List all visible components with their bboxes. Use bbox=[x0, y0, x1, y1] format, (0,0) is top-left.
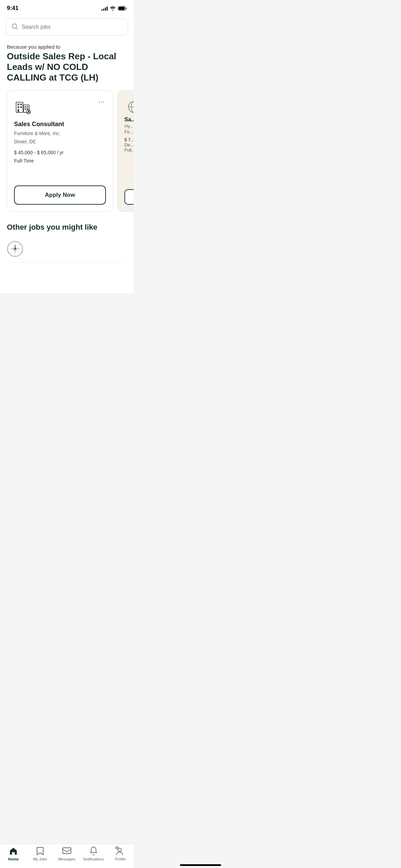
more-options-button[interactable]: ··· bbox=[97, 97, 106, 106]
svg-rect-12 bbox=[25, 108, 26, 110]
job-card-header: ··· bbox=[14, 97, 106, 117]
second-type: Full... bbox=[124, 147, 134, 153]
svg-rect-8 bbox=[17, 109, 19, 112]
search-bar-container bbox=[0, 14, 134, 41]
second-details: De... vis... bbox=[124, 142, 134, 147]
scroll-area: Because you applied to Outside Sales Rep… bbox=[0, 14, 134, 293]
svg-rect-1 bbox=[119, 7, 125, 10]
job-type: Full-Time bbox=[14, 158, 106, 164]
other-jobs-list bbox=[0, 236, 134, 262]
svg-rect-5 bbox=[20, 104, 22, 105]
second-date: Fe... bbox=[124, 129, 134, 134]
job-location: Dover, DE bbox=[14, 139, 106, 144]
search-icon bbox=[11, 23, 18, 31]
status-icons bbox=[101, 6, 127, 11]
recommendation-title: Outside Sales Rep - Local Leads w/ NO CO… bbox=[7, 51, 127, 83]
because-section: Because you applied to Outside Sales Rep… bbox=[0, 41, 134, 87]
search-input[interactable] bbox=[22, 24, 122, 30]
cards-scroll[interactable]: ··· Sales Consultant Furniture & More, I… bbox=[0, 87, 134, 216]
second-card-title: Sa... bbox=[124, 117, 134, 123]
svg-rect-10 bbox=[25, 106, 26, 108]
job-card-second[interactable]: Sa... Hy... Fe... $ 7... De... vis... Fu… bbox=[117, 90, 134, 212]
signal-icon bbox=[101, 6, 108, 11]
status-time: 9:41 bbox=[7, 5, 19, 12]
battery-icon bbox=[118, 6, 127, 11]
second-salary: $ 7... bbox=[124, 137, 134, 142]
job-card-main[interactable]: ··· Sales Consultant Furniture & More, I… bbox=[7, 90, 113, 212]
search-bar[interactable] bbox=[5, 19, 128, 36]
svg-point-27 bbox=[14, 248, 16, 250]
other-jobs-title: Other jobs you might like bbox=[7, 223, 127, 232]
job-salary: $ 45,000 - $ 65,000 / yr bbox=[14, 150, 106, 155]
wifi-icon bbox=[110, 6, 116, 11]
second-card-header bbox=[124, 97, 134, 117]
svg-rect-7 bbox=[20, 106, 22, 108]
second-apply-button[interactable]: ··· bbox=[124, 189, 134, 205]
second-company-logo bbox=[124, 97, 134, 117]
svg-rect-6 bbox=[17, 106, 19, 108]
svg-rect-11 bbox=[27, 106, 28, 108]
job-title: Sales Consultant bbox=[14, 121, 106, 128]
because-subtitle: Because you applied to bbox=[7, 44, 127, 50]
company-logo bbox=[14, 97, 33, 117]
list-item[interactable] bbox=[7, 236, 127, 262]
second-company-name: Hy... bbox=[124, 123, 134, 129]
svg-rect-4 bbox=[17, 104, 19, 105]
apply-now-button[interactable]: Apply Now bbox=[14, 185, 106, 205]
compass-icon bbox=[7, 241, 23, 257]
status-bar: 9:41 bbox=[0, 0, 134, 14]
other-jobs-section: Other jobs you might like bbox=[0, 216, 134, 236]
company-name: Furniture & More, Inc. bbox=[14, 131, 106, 136]
